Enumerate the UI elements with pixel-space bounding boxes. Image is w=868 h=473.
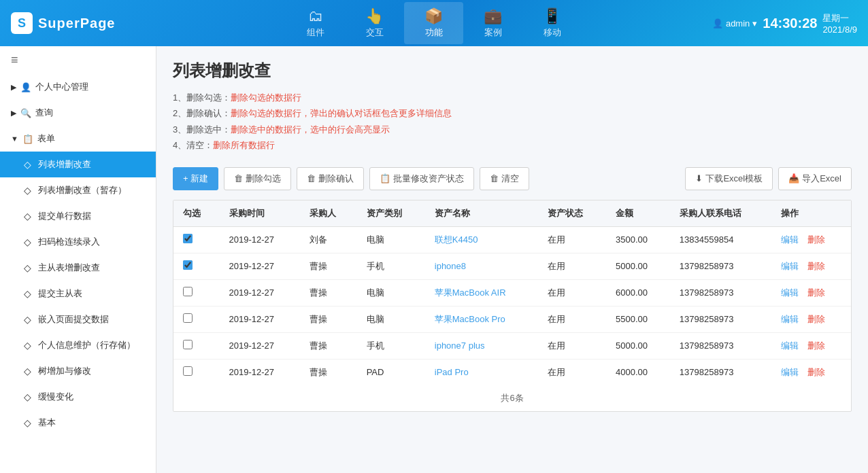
sidebar-item-scan[interactable]: ◇ 扫码枪连续录入 <box>0 229 156 255</box>
data-table: 勾选 采购时间 采购人 资产类别 资产名称 资产状态 金额 采购人联系电话 操作… <box>173 200 851 385</box>
sidebar-list-crud-label: 列表增删改查 <box>38 158 91 171</box>
asset-name-link[interactable]: 苹果MacBook AIR <box>435 287 506 298</box>
col-date: 采购时间 <box>220 200 300 227</box>
cell-check[interactable] <box>173 253 220 279</box>
asset-name-link[interactable]: 苹果MacBook Pro <box>435 314 505 324</box>
cell-check[interactable] <box>173 306 220 332</box>
edit-button[interactable]: 编辑 <box>781 340 799 351</box>
edit-button[interactable]: 编辑 <box>781 367 799 377</box>
cell-check[interactable] <box>173 332 220 359</box>
asset-name-link[interactable]: iphone8 <box>435 261 466 271</box>
logo-text: SuperPage <box>38 16 115 31</box>
sidebar-group-personal[interactable]: ▶ 👤 个人中心管理 <box>0 74 156 100</box>
weekday-display: 星期一 <box>822 12 849 24</box>
delete-confirm-button[interactable]: 🗑 删除确认 <box>297 167 364 190</box>
sidebar-item-tree-add[interactable]: ◇ 树增加与修改 <box>0 358 156 384</box>
date-display: 2021/8/9 <box>822 24 857 35</box>
delete-row-button[interactable]: 删除 <box>807 314 825 324</box>
row-checkbox[interactable] <box>183 287 193 296</box>
cell-category: 手机 <box>357 332 425 359</box>
batch-update-button[interactable]: 📋 批量修改资产状态 <box>369 167 474 190</box>
delete-confirm-icon: 🗑 <box>307 173 316 183</box>
chevron-down-icon: ▼ <box>11 135 18 143</box>
user-area[interactable]: 👤 admin ▾ <box>712 18 757 29</box>
sidebar-item-embed-submit[interactable]: ◇ 嵌入页面提交数据 <box>0 306 156 332</box>
nav-item-mobile[interactable]: 📱 移动 <box>522 2 582 44</box>
sidebar-item-single-row[interactable]: ◇ 提交单行数据 <box>0 203 156 229</box>
sidebar-item-list-crud-temp[interactable]: ◇ 列表增删改查（暂存） <box>0 177 156 203</box>
sidebar-group-query[interactable]: ▶ 🔍 查询 <box>0 100 156 126</box>
nav-item-function[interactable]: 📦 功能 <box>404 2 463 44</box>
cell-phone: 13798258973 <box>670 306 771 332</box>
row-checkbox[interactable] <box>183 260 193 270</box>
download-excel-button[interactable]: ⬇ 下载Excel模板 <box>685 167 773 190</box>
cell-date: 2019-12-27 <box>220 306 300 332</box>
new-button[interactable]: + 新建 <box>173 167 218 190</box>
delete-row-button[interactable]: 删除 <box>807 287 825 298</box>
cell-check[interactable] <box>173 359 220 385</box>
sidebar-personal-label: 个人中心管理 <box>35 81 88 93</box>
row-checkbox[interactable] <box>183 234 193 243</box>
row-checkbox[interactable] <box>183 340 193 349</box>
cell-name: iphone7 plus <box>425 332 538 359</box>
sidebar-item-basic[interactable]: ◇ 基本 <box>0 410 156 436</box>
diamond-icon8: ◇ <box>22 340 33 351</box>
edit-button[interactable]: 编辑 <box>781 287 799 298</box>
sidebar-master-detail-label: 主从表增删改查 <box>38 262 100 274</box>
clear-icon: 🗑 <box>490 173 499 183</box>
cell-check[interactable] <box>173 279 220 306</box>
table-row: 2019-12-27 曹操 PAD iPad Pro 在用 4000.00 13… <box>173 359 851 385</box>
delete-row-button[interactable]: 删除 <box>807 367 825 377</box>
delete-row-button[interactable]: 删除 <box>807 340 825 351</box>
cell-date: 2019-12-27 <box>220 226 300 253</box>
cell-status: 在用 <box>538 279 606 306</box>
sidebar-item-list-crud[interactable]: ◇ 列表增删改查 <box>0 152 156 177</box>
cell-name: iphone8 <box>425 253 538 279</box>
cell-date: 2019-12-27 <box>220 253 300 279</box>
desc-4: 4、清空：删除所有数据行 <box>173 137 852 153</box>
edit-button[interactable]: 编辑 <box>781 261 799 271</box>
components-icon: 🗂 <box>308 7 323 25</box>
row-checkbox[interactable] <box>183 313 193 323</box>
sidebar-slow-change-label: 缓慢变化 <box>38 391 73 403</box>
batch-update-icon: 📋 <box>380 173 390 183</box>
nav-items: 🗂 组件 👆 交互 📦 功能 💼 案例 📱 移动 <box>156 2 712 44</box>
cell-phone: 13798258973 <box>670 279 771 306</box>
sidebar-item-personal-info[interactable]: ◇ 个人信息维护（行存储） <box>0 332 156 358</box>
diamond-icon11: ◇ <box>22 417 33 428</box>
table-footer: 共6条 <box>173 385 851 411</box>
delete-checked-button[interactable]: 🗑 删除勾选 <box>224 167 291 190</box>
edit-button[interactable]: 编辑 <box>781 234 799 245</box>
delete-row-button[interactable]: 删除 <box>807 261 825 271</box>
asset-name-link[interactable]: iphone7 plus <box>435 340 485 351</box>
cell-phone: 13798258973 <box>670 332 771 359</box>
edit-button[interactable]: 编辑 <box>781 314 799 324</box>
diamond-icon5: ◇ <box>22 262 33 273</box>
row-checkbox[interactable] <box>183 366 193 376</box>
sidebar-group-table[interactable]: ▼ 📋 表单 <box>0 126 156 152</box>
col-phone: 采购人联系电话 <box>670 200 771 227</box>
sidebar-item-slow-change[interactable]: ◇ 缓慢变化 <box>0 384 156 410</box>
import-excel-button[interactable]: 📥 导入Excel <box>778 167 852 190</box>
col-status: 资产状态 <box>538 200 606 227</box>
diamond-icon7: ◇ <box>22 314 33 325</box>
asset-name-link[interactable]: 联想K4450 <box>435 234 478 245</box>
diamond-icon: ◇ <box>22 159 33 170</box>
sidebar-list-crud-temp-label: 列表增删改查（暂存） <box>38 184 127 196</box>
cell-amount: 6000.00 <box>606 279 670 306</box>
nav-item-interaction[interactable]: 👆 交互 <box>345 2 404 44</box>
nav-item-cases[interactable]: 💼 案例 <box>463 2 522 44</box>
delete-row-button[interactable]: 删除 <box>807 234 825 245</box>
chevron-right-icon: ▶ <box>11 83 16 92</box>
menu-toggle-icon[interactable]: ≡ <box>0 46 156 74</box>
cell-check[interactable] <box>173 226 220 253</box>
asset-name-link[interactable]: iPad Pro <box>435 367 469 377</box>
sidebar-item-master-detail[interactable]: ◇ 主从表增删改查 <box>0 255 156 281</box>
nav-item-components[interactable]: 🗂 组件 <box>286 2 345 44</box>
clear-button[interactable]: 🗑 清空 <box>480 167 529 190</box>
sidebar-item-submit-master[interactable]: ◇ 提交主从表 <box>0 281 156 306</box>
diamond-icon2: ◇ <box>22 185 33 196</box>
toolbar-right: ⬇ 下载Excel模板 📥 导入Excel <box>685 167 852 190</box>
cell-buyer: 曹操 <box>300 306 357 332</box>
desc-3-highlight: 删除选中的数据行，选中的行会高亮显示 <box>231 124 390 135</box>
